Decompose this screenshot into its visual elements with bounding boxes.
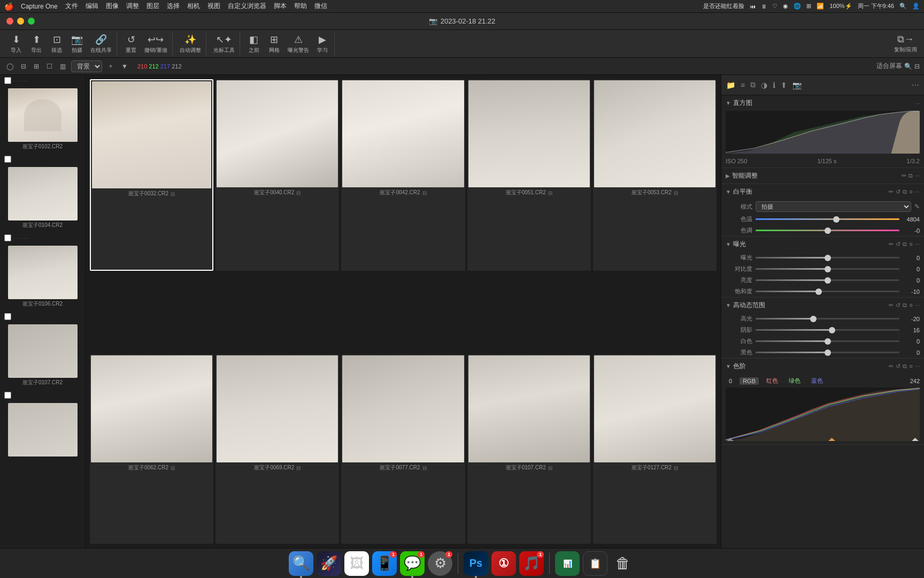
rp-sliders-icon[interactable]: ≡ bbox=[739, 79, 746, 91]
compare-icon[interactable]: ⊟ bbox=[19, 62, 28, 71]
smart-edit-icon[interactable]: ✏ bbox=[902, 172, 906, 179]
menu-edit[interactable]: 编辑 bbox=[86, 2, 98, 11]
wb-temp-thumb[interactable] bbox=[833, 216, 840, 223]
channel-rgb[interactable]: RGB bbox=[740, 377, 759, 385]
dock-wechat[interactable]: 💬 1 bbox=[400, 551, 425, 576]
levels-more-icon[interactable]: ··· bbox=[915, 363, 920, 370]
film-checkbox-5[interactable] bbox=[4, 392, 11, 399]
rp-folder-icon[interactable]: 📁 bbox=[725, 79, 737, 91]
wb-tint-track[interactable] bbox=[756, 230, 899, 231]
dock-photos[interactable]: 🖼 bbox=[344, 551, 369, 576]
exp-list-icon[interactable]: ≡ bbox=[909, 241, 912, 248]
auto-adjust-button[interactable]: ✨ 自动调整 bbox=[177, 32, 204, 56]
view-mode-film[interactable]: ▥ bbox=[58, 62, 68, 71]
hdr-copy-icon[interactable]: ⧉ bbox=[903, 302, 907, 309]
exp-more-icon[interactable]: ··· bbox=[915, 241, 920, 248]
user-icon[interactable]: 👤 bbox=[912, 3, 920, 10]
photo-cell-8[interactable]: 崽宝子0077.CR2 ⊟ bbox=[341, 354, 465, 544]
dock-photoshop[interactable]: Ps bbox=[464, 551, 488, 576]
apple-menu[interactable]: 🍎 bbox=[4, 2, 13, 11]
dock-netease[interactable]: 🎵 1 bbox=[519, 551, 544, 576]
film-checkbox-1[interactable] bbox=[4, 77, 11, 84]
wb-more-icon[interactable]: ··· bbox=[915, 188, 920, 195]
dock-appstore[interactable]: 📱 1 bbox=[372, 551, 397, 576]
wb-temp-track[interactable] bbox=[756, 218, 899, 220]
view-mode-single[interactable]: ☐ bbox=[44, 62, 55, 71]
before-button[interactable]: ◧ 之前 bbox=[244, 32, 264, 56]
dock-app1[interactable]: ① bbox=[491, 551, 516, 576]
rp-camera-icon[interactable]: 📷 bbox=[791, 79, 803, 91]
menu-view[interactable]: 视图 bbox=[207, 2, 220, 11]
menu-select[interactable]: 选择 bbox=[167, 2, 180, 11]
hdr-thumb-0[interactable] bbox=[810, 316, 817, 322]
undo-button[interactable]: ↩↪ 撤销/重做 bbox=[142, 32, 170, 56]
hdr-thumb-3[interactable] bbox=[825, 349, 831, 356]
levels-header[interactable]: ▼ 色阶 ✏ ↺ ⧉ ≡ ··· bbox=[721, 359, 924, 374]
add-collection-button[interactable]: ＋ bbox=[105, 60, 116, 72]
hdr-track-2[interactable] bbox=[756, 340, 899, 342]
filmstrip-item-1[interactable]: 崽宝子0102.CR2 bbox=[2, 88, 83, 150]
dock-excel[interactable]: 📊 bbox=[555, 551, 580, 576]
photo-cell-10[interactable]: 崽宝子0127.CR2 ⊟ bbox=[593, 354, 717, 544]
collection-options[interactable]: ▼ bbox=[119, 62, 130, 71]
hdr-edit-icon[interactable]: ✏ bbox=[889, 302, 894, 309]
cursor-button[interactable]: ↖✦ 光标工具 bbox=[211, 32, 237, 56]
share-button[interactable]: 🔗 在线共享 bbox=[88, 32, 114, 56]
fullscreen-button[interactable] bbox=[28, 18, 35, 25]
histogram-header[interactable]: ▼ 直方图 ··· bbox=[721, 95, 924, 111]
exp-track-0[interactable] bbox=[756, 257, 899, 258]
media-pause-icon[interactable]: ⏸ bbox=[761, 3, 767, 10]
exposure-header[interactable]: ▼ 曝光 ✏ ↺ ⧉ ≡ ··· bbox=[721, 237, 924, 252]
film-checkbox-4[interactable] bbox=[4, 313, 11, 320]
film-checkbox-3[interactable] bbox=[4, 234, 11, 241]
hdr-track-0[interactable] bbox=[756, 318, 899, 320]
levels-list-icon[interactable]: ≡ bbox=[909, 363, 912, 370]
learn-button[interactable]: ▶ 学习 bbox=[313, 32, 332, 56]
exp-thumb-3[interactable] bbox=[815, 288, 822, 295]
minimize-button[interactable] bbox=[17, 18, 24, 25]
photo-cell-1[interactable]: 崽宝子0032.CR2 ⊟ bbox=[90, 79, 213, 271]
dock-finder[interactable]: 🔍 bbox=[289, 551, 313, 576]
photo-cell-5[interactable]: 崽宝子0053.CR2 ⊟ bbox=[593, 79, 717, 271]
exp-track-1[interactable] bbox=[756, 268, 899, 270]
tool-mode-icon[interactable]: ◯ bbox=[4, 62, 16, 71]
channel-blue[interactable]: 蓝色 bbox=[808, 376, 826, 385]
smart-header[interactable]: ▶ 智能调整 ✏ ⧉ ··· bbox=[721, 168, 924, 184]
hdr-list-icon[interactable]: ≡ bbox=[909, 302, 912, 309]
hdr-track-1[interactable] bbox=[756, 329, 899, 331]
exp-reset-icon[interactable]: ↺ bbox=[896, 241, 900, 248]
filmstrip-item-3[interactable]: 崽宝子0106.CR2 bbox=[2, 246, 83, 308]
menu-image[interactable]: 图像 bbox=[106, 2, 119, 11]
hdr-more-icon[interactable]: ··· bbox=[915, 302, 920, 309]
export-button[interactable]: ⬆ 导出 bbox=[27, 32, 46, 56]
copy-apply-button[interactable]: ⧉→ 复制/应用 bbox=[891, 32, 920, 55]
filmstrip-item-5[interactable] bbox=[2, 403, 83, 457]
levels-copy-icon[interactable]: ⧉ bbox=[903, 363, 907, 370]
exp-thumb-0[interactable] bbox=[825, 255, 831, 261]
curves-canvas[interactable] bbox=[726, 387, 920, 441]
web-icon[interactable]: 🌐 bbox=[794, 3, 801, 10]
dock-trash[interactable]: 🗑 bbox=[611, 551, 635, 576]
smart-menu-icon[interactable]: ··· bbox=[915, 172, 920, 179]
menu-adjust[interactable]: 调整 bbox=[126, 2, 139, 11]
menu-custombrowser[interactable]: 自定义浏览器 bbox=[228, 2, 266, 11]
hdr-header[interactable]: ▼ 高动态范围 ✏ ↺ ⧉ ≡ ··· bbox=[721, 298, 924, 313]
rp-more-icon[interactable]: ⋯ bbox=[910, 79, 921, 91]
menu-script[interactable]: 脚本 bbox=[274, 2, 287, 11]
import-button[interactable]: ⬇ 导入 bbox=[6, 32, 26, 56]
wb-tint-thumb[interactable] bbox=[825, 227, 831, 234]
grid-icon[interactable]: ⊞ bbox=[806, 3, 811, 10]
smart-copy-icon[interactable]: ⧉ bbox=[908, 172, 913, 179]
wb-list-icon[interactable]: ≡ bbox=[909, 188, 912, 195]
fit-options[interactable]: ⊟ bbox=[914, 63, 920, 70]
reset-button[interactable]: ↺ 重置 bbox=[121, 32, 141, 56]
dock-launchpad[interactable]: 🚀 bbox=[317, 551, 341, 576]
channel-red[interactable]: 红色 bbox=[763, 376, 781, 385]
exp-thumb-1[interactable] bbox=[825, 266, 831, 272]
rp-metadata-icon[interactable]: ℹ bbox=[771, 79, 777, 91]
filmstrip-item-4[interactable]: 崽宝子0107.CR2 bbox=[2, 324, 83, 386]
photo-cell-6[interactable]: 崽宝子0062.CR2 ⊟ bbox=[90, 354, 213, 544]
menu-wechat[interactable]: 微信 bbox=[314, 2, 327, 11]
dock-settings[interactable]: ⚙ 1 bbox=[428, 551, 452, 576]
dock-notes[interactable]: 📋 bbox=[583, 551, 607, 576]
